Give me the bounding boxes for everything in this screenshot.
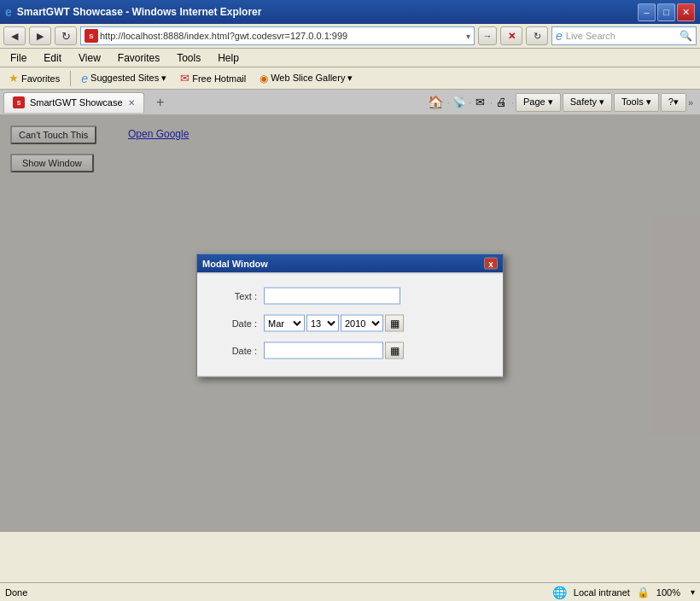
more-tools-icon[interactable]: » <box>688 97 693 108</box>
maximize-button[interactable]: □ <box>657 3 675 21</box>
day-select[interactable]: 13 <box>306 315 339 332</box>
url-bar[interactable]: S http://localhost:8888/index.html?gwt.c… <box>80 26 475 45</box>
safety-button[interactable]: Safety ▾ <box>563 93 612 112</box>
date-label-1: Date : <box>214 318 257 329</box>
suggested-sites-icon: e <box>81 72 88 85</box>
refresh-button[interactable]: ↻ <box>55 26 77 45</box>
star-icon: ★ <box>9 72 19 85</box>
title-bar-controls: – □ ✕ <box>638 3 695 21</box>
refresh-page-button[interactable]: ↻ <box>526 26 548 45</box>
web-slice-icon: ◉ <box>260 73 268 85</box>
ie-logo-icon: e <box>5 5 12 19</box>
modal-title: Modal Window <box>202 259 268 269</box>
favorites-separator <box>70 71 71 86</box>
back-button[interactable]: ◀ <box>3 26 26 45</box>
mail-button[interactable]: ✉ <box>473 94 488 111</box>
forward-button[interactable]: ▶ <box>29 26 51 45</box>
tools-button[interactable]: Tools ▾ <box>614 93 659 112</box>
hotmail-icon: ✉ <box>180 72 190 85</box>
home-button[interactable]: 🏠 <box>427 94 446 111</box>
menu-help[interactable]: Help <box>211 50 246 66</box>
search-bar: e Live Search 🔍 <box>551 26 697 45</box>
text-label: Text : <box>214 291 257 301</box>
new-tab-button[interactable]: + <box>151 93 170 112</box>
url-text: http://localhost:8888/index.html?gwt.cod… <box>100 31 464 41</box>
print-separator: · <box>511 97 514 108</box>
search-input[interactable]: Live Search <box>566 31 676 41</box>
rss-separator: · <box>469 97 471 108</box>
suggested-sites-label: Suggested Sites ▾ <box>90 73 166 84</box>
navigate-button[interactable]: → <box>478 26 497 45</box>
rss-button[interactable]: 📡 <box>452 94 467 111</box>
tab-close-icon[interactable]: ✕ <box>128 98 135 108</box>
date-picker-1: Mar 13 2010 ▦ <box>264 315 404 332</box>
modal-close-button[interactable]: x <box>484 258 498 270</box>
web-slice-gallery-link[interactable]: ◉ Web Slice Gallery ▾ <box>254 71 358 86</box>
home-separator: · <box>447 97 450 108</box>
web-slice-label: Web Slice Gallery ▾ <box>271 73 353 84</box>
calendar-button-2[interactable]: ▦ <box>385 342 404 359</box>
modal-titlebar: Modal Window x <box>197 254 503 273</box>
menu-favorites[interactable]: Favorites <box>111 50 166 66</box>
free-hotmail-label: Free Hotmail <box>192 73 246 84</box>
tab-label: SmartGWT Showcase <box>30 97 123 108</box>
modal-window: Modal Window x Text : Date : <box>196 254 504 377</box>
mail-separator: · <box>490 97 493 108</box>
modal-overlay: Modal Window x Text : Date : <box>0 115 700 532</box>
favorites-label: Favorites <box>21 73 60 84</box>
date-form-row-2: Date : ▦ <box>214 342 486 359</box>
date-form-row-1: Date : Mar 13 2010 ▦ <box>214 315 486 332</box>
help-button[interactable]: ?▾ <box>661 93 686 112</box>
toolbar-right-area: 🏠 · 📡 · ✉ · 🖨 · Page ▾ Safety ▾ Tools ▾ … <box>427 93 693 112</box>
text-form-row: Text : <box>214 288 486 305</box>
title-bar: e SmartGWT Showcase - Windows Internet E… <box>0 0 700 24</box>
active-tab[interactable]: S SmartGWT Showcase ✕ <box>3 92 144 113</box>
text-input[interactable] <box>264 288 400 305</box>
suggested-sites-link[interactable]: e Suggested Sites ▾ <box>76 70 172 87</box>
menu-tools[interactable]: Tools <box>170 50 207 66</box>
tab-favicon: S <box>13 96 25 108</box>
print-button[interactable]: 🖨 <box>494 94 510 111</box>
free-hotmail-link[interactable]: ✉ Free Hotmail <box>175 70 251 86</box>
date-picker-2: ▦ <box>264 342 404 359</box>
date-label-2: Date : <box>214 346 257 356</box>
window-title: SmartGWT Showcase - Windows Internet Exp… <box>17 6 262 18</box>
calendar-button-1[interactable]: ▦ <box>385 315 404 332</box>
search-icon[interactable]: 🔍 <box>680 30 692 42</box>
modal-body: Text : Date : Mar 13 <box>197 273 503 376</box>
close-button[interactable]: ✕ <box>677 3 695 21</box>
stop-button[interactable]: ✕ <box>500 26 522 45</box>
url-dropdown-icon[interactable]: ▾ <box>466 32 470 41</box>
page-favicon: S <box>85 29 98 43</box>
page-content: Can't Touch This Open Google Show Window… <box>0 115 700 532</box>
search-logo-icon: e <box>556 29 563 43</box>
date-input-2[interactable] <box>264 342 383 359</box>
month-select[interactable]: Mar <box>264 315 305 332</box>
year-select[interactable]: 2010 <box>341 315 383 332</box>
menu-file[interactable]: File <box>3 50 33 66</box>
menu-bar: File Edit View Favorites Tools Help <box>0 49 700 67</box>
favorites-button[interactable]: ★ Favorites <box>3 70 65 86</box>
title-bar-left: e SmartGWT Showcase - Windows Internet E… <box>5 5 261 19</box>
menu-view[interactable]: View <box>72 50 108 66</box>
favorites-bar: ★ Favorites e Suggested Sites ▾ ✉ Free H… <box>0 67 700 90</box>
address-bar: ◀ ▶ ↻ S http://localhost:8888/index.html… <box>0 24 700 49</box>
content-area: Can't Touch This Open Google Show Window… <box>0 115 700 532</box>
tab-toolbar-area: S SmartGWT Showcase ✕ + 🏠 · 📡 · ✉ · 🖨 · … <box>0 90 700 115</box>
page-button[interactable]: Page ▾ <box>516 93 561 112</box>
minimize-button[interactable]: – <box>638 3 656 21</box>
menu-edit[interactable]: Edit <box>37 50 68 66</box>
